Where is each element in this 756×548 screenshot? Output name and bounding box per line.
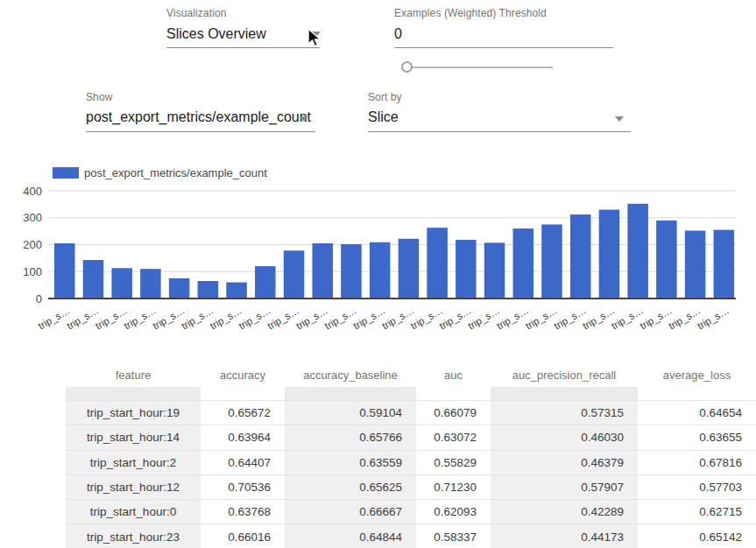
bar[interactable] [714, 230, 735, 299]
y-axis-tick-label: 200 [23, 238, 42, 251]
column-filter-feature[interactable] [66, 387, 201, 400]
threshold-underline [394, 47, 613, 48]
bar[interactable] [198, 281, 219, 299]
x-axis-tick-label: trip_s… [524, 305, 559, 331]
column-filter-average_loss[interactable] [638, 387, 756, 400]
show-label: Show [86, 91, 315, 103]
bar[interactable] [255, 266, 276, 299]
bar[interactable] [169, 278, 190, 299]
x-axis-tick-label: trip_s… [237, 305, 272, 331]
cell-auc: 0.63072 [416, 425, 491, 449]
bar[interactable] [312, 243, 333, 299]
threshold-input[interactable]: 0 [394, 26, 613, 47]
x-axis-tick-label: trip_s… [265, 305, 300, 331]
column-header-feature[interactable]: feature [66, 350, 201, 387]
cell-accuracy_baseline: 0.63559 [285, 451, 416, 474]
bar[interactable] [541, 224, 562, 299]
cell-auc_precision_recall: 0.46379 [491, 451, 638, 474]
table-row: trip_start_hour:230.660160.648440.583370… [66, 523, 756, 548]
x-axis-tick-label: trip_s… [409, 305, 444, 331]
column-header-auc[interactable]: auc [416, 350, 491, 387]
column-filter-auc_precision_recall[interactable] [491, 387, 638, 400]
table-row: trip_start_hour:20.644070.635590.558290.… [66, 450, 756, 474]
cell-accuracy: 0.66016 [201, 524, 285, 548]
threshold-label: Examples (Weighted) Threshold [394, 7, 613, 19]
bar[interactable] [513, 228, 534, 299]
chevron-down-icon[interactable] [615, 116, 624, 122]
sort-by-select[interactable]: Sort by Slice [368, 91, 631, 132]
x-axis-tick-label: trip_s… [466, 305, 501, 331]
bar[interactable] [599, 210, 620, 299]
table-row: trip_start_hour:00.637680.666670.620930.… [66, 499, 756, 523]
x-axis-tick-label: trip_s… [151, 305, 186, 331]
bar[interactable] [484, 242, 505, 299]
column-filter-accuracy_baseline[interactable] [285, 387, 416, 400]
threshold-slider-thumb[interactable] [401, 61, 413, 73]
bar[interactable] [140, 269, 161, 299]
cell-accuracy_baseline: 0.65766 [285, 425, 416, 449]
column-header-auc_precision_recall[interactable]: auc_precision_recall [491, 350, 638, 387]
bar[interactable] [570, 214, 591, 299]
y-axis-tick-label: 300 [23, 211, 42, 224]
threshold-slider-track[interactable] [405, 67, 553, 68]
cell-auc: 0.58337 [416, 524, 491, 548]
cell-average_loss: 0.65142 [638, 524, 756, 548]
metrics-table: featureaccuracyaccuracy_baselineaucauc_p… [66, 350, 756, 548]
cell-auc_precision_recall: 0.46030 [491, 425, 638, 449]
bar[interactable] [83, 260, 104, 299]
cell-accuracy_baseline: 0.64844 [285, 524, 416, 548]
x-axis-tick-label: trip_s… [495, 305, 530, 331]
bar[interactable] [685, 231, 706, 299]
bar[interactable] [370, 242, 391, 299]
show-underline [86, 131, 315, 132]
cell-auc: 0.71230 [416, 475, 491, 499]
column-header-accuracy_baseline[interactable]: accuracy_baseline [285, 350, 416, 387]
bar[interactable] [427, 228, 448, 299]
cell-auc_precision_recall: 0.57907 [491, 475, 638, 499]
cell-accuracy_baseline: 0.59104 [285, 401, 416, 425]
cell-accuracy_baseline: 0.66667 [285, 500, 416, 523]
cell-accuracy: 0.63964 [201, 425, 285, 449]
x-axis-tick-label: trip_s… [639, 305, 674, 331]
bar[interactable] [284, 250, 305, 299]
bar[interactable] [226, 283, 247, 299]
sort-by-value: Slice [368, 109, 631, 131]
visualization-select[interactable]: Visualization Slices Overview [166, 7, 320, 48]
bar[interactable] [341, 244, 362, 299]
cell-feature: trip_start_hour:2 [66, 451, 201, 474]
y-axis-tick-label: 400 [23, 185, 42, 198]
cell-accuracy: 0.63768 [201, 500, 285, 523]
show-select[interactable]: Show post_export_metrics/example_count [86, 91, 315, 132]
slicing-metrics-browser: Visualization Slices Overview Examples (… [0, 0, 756, 548]
x-axis-tick-label: trip_s… [351, 305, 386, 331]
column-filter-auc[interactable] [416, 387, 491, 400]
column-header-accuracy[interactable]: accuracy [201, 350, 285, 387]
cell-accuracy: 0.70536 [201, 475, 285, 499]
table-row: trip_start_hour:120.705360.656250.712300… [66, 474, 756, 499]
slices-bar-chart: 0100200300400trip_s…trip_s…trip_s…trip_s… [0, 162, 756, 346]
x-axis-tick-label: trip_s… [552, 305, 587, 331]
x-axis-tick-label: trip_s… [294, 305, 329, 331]
visualization-value: Slices Overview [166, 26, 320, 47]
bar[interactable] [399, 239, 420, 299]
column-filter-accuracy[interactable] [201, 387, 285, 400]
chevron-down-icon[interactable] [300, 116, 308, 122]
cell-auc_precision_recall: 0.57315 [491, 401, 638, 425]
column-header-average_loss[interactable]: average_loss [638, 350, 756, 387]
bar[interactable] [111, 268, 132, 299]
x-axis-tick-label: trip_s… [667, 305, 702, 331]
table-row: trip_start_hour:140.639640.657660.630720… [66, 425, 756, 449]
y-axis-tick-label: 100 [23, 265, 42, 278]
cell-auc: 0.55829 [416, 451, 491, 474]
x-axis-tick-label: trip_s… [581, 305, 616, 331]
x-axis-tick-label: trip_s… [610, 305, 645, 331]
bar[interactable] [456, 240, 477, 299]
show-value: post_export_metrics/example_count [86, 109, 315, 131]
cell-auc: 0.66079 [416, 401, 491, 425]
visualization-underline [166, 47, 320, 48]
bar[interactable] [54, 243, 75, 299]
cell-auc_precision_recall: 0.42289 [491, 500, 638, 523]
x-axis-tick-label: trip_s… [380, 305, 415, 331]
bar[interactable] [656, 221, 677, 299]
bar[interactable] [627, 204, 648, 299]
